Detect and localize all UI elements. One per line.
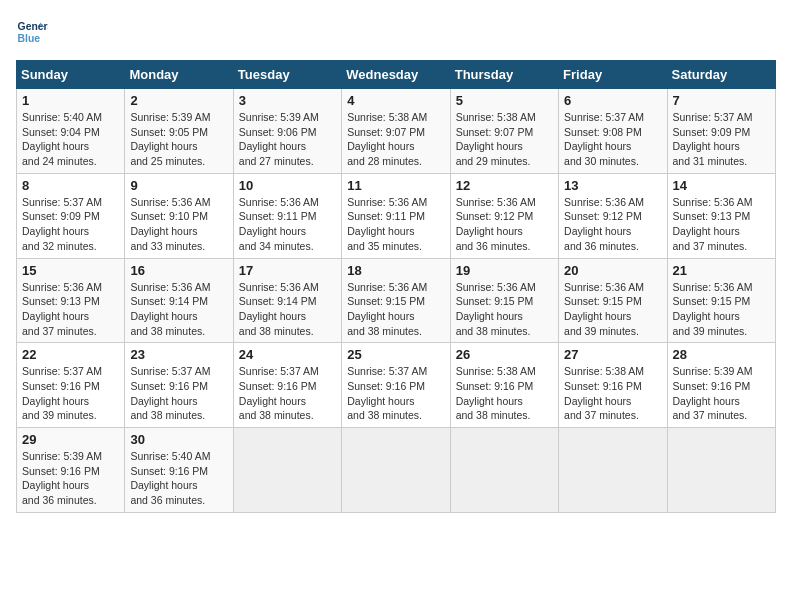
calendar-week-row: 22Sunrise: 5:37 AMSunset: 9:16 PMDayligh… <box>17 343 776 428</box>
calendar-cell: 22Sunrise: 5:37 AMSunset: 9:16 PMDayligh… <box>17 343 125 428</box>
calendar-cell: 7Sunrise: 5:37 AMSunset: 9:09 PMDaylight… <box>667 89 775 174</box>
day-info: Sunrise: 5:36 AMSunset: 9:15 PMDaylight … <box>456 280 553 339</box>
calendar-cell: 4Sunrise: 5:38 AMSunset: 9:07 PMDaylight… <box>342 89 450 174</box>
calendar-cell: 23Sunrise: 5:37 AMSunset: 9:16 PMDayligh… <box>125 343 233 428</box>
day-info: Sunrise: 5:39 AMSunset: 9:05 PMDaylight … <box>130 110 227 169</box>
day-info: Sunrise: 5:40 AMSunset: 9:04 PMDaylight … <box>22 110 119 169</box>
calendar-cell: 11Sunrise: 5:36 AMSunset: 9:11 PMDayligh… <box>342 173 450 258</box>
day-info: Sunrise: 5:36 AMSunset: 9:15 PMDaylight … <box>564 280 661 339</box>
day-number: 6 <box>564 93 661 108</box>
day-info: Sunrise: 5:39 AMSunset: 9:06 PMDaylight … <box>239 110 336 169</box>
calendar-cell: 19Sunrise: 5:36 AMSunset: 9:15 PMDayligh… <box>450 258 558 343</box>
calendar-cell: 15Sunrise: 5:36 AMSunset: 9:13 PMDayligh… <box>17 258 125 343</box>
calendar-cell <box>233 428 341 513</box>
day-info: Sunrise: 5:36 AMSunset: 9:13 PMDaylight … <box>673 195 770 254</box>
day-info: Sunrise: 5:37 AMSunset: 9:16 PMDaylight … <box>22 364 119 423</box>
day-number: 23 <box>130 347 227 362</box>
col-header-saturday: Saturday <box>667 61 775 89</box>
day-number: 25 <box>347 347 444 362</box>
calendar-cell: 21Sunrise: 5:36 AMSunset: 9:15 PMDayligh… <box>667 258 775 343</box>
calendar-table: SundayMondayTuesdayWednesdayThursdayFrid… <box>16 60 776 513</box>
calendar-cell: 24Sunrise: 5:37 AMSunset: 9:16 PMDayligh… <box>233 343 341 428</box>
day-number: 19 <box>456 263 553 278</box>
day-info: Sunrise: 5:36 AMSunset: 9:11 PMDaylight … <box>239 195 336 254</box>
calendar-cell: 29Sunrise: 5:39 AMSunset: 9:16 PMDayligh… <box>17 428 125 513</box>
calendar-cell: 28Sunrise: 5:39 AMSunset: 9:16 PMDayligh… <box>667 343 775 428</box>
calendar-cell <box>667 428 775 513</box>
day-number: 18 <box>347 263 444 278</box>
day-info: Sunrise: 5:37 AMSunset: 9:16 PMDaylight … <box>130 364 227 423</box>
day-number: 12 <box>456 178 553 193</box>
day-info: Sunrise: 5:36 AMSunset: 9:10 PMDaylight … <box>130 195 227 254</box>
day-number: 27 <box>564 347 661 362</box>
day-info: Sunrise: 5:36 AMSunset: 9:13 PMDaylight … <box>22 280 119 339</box>
day-number: 2 <box>130 93 227 108</box>
page-header: General Blue <box>16 16 776 48</box>
calendar-cell <box>559 428 667 513</box>
calendar-cell: 27Sunrise: 5:38 AMSunset: 9:16 PMDayligh… <box>559 343 667 428</box>
day-info: Sunrise: 5:37 AMSunset: 9:09 PMDaylight … <box>673 110 770 169</box>
day-info: Sunrise: 5:39 AMSunset: 9:16 PMDaylight … <box>673 364 770 423</box>
logo: General Blue <box>16 16 48 48</box>
day-info: Sunrise: 5:38 AMSunset: 9:07 PMDaylight … <box>347 110 444 169</box>
calendar-cell: 10Sunrise: 5:36 AMSunset: 9:11 PMDayligh… <box>233 173 341 258</box>
calendar-cell: 6Sunrise: 5:37 AMSunset: 9:08 PMDaylight… <box>559 89 667 174</box>
calendar-header-row: SundayMondayTuesdayWednesdayThursdayFrid… <box>17 61 776 89</box>
day-number: 24 <box>239 347 336 362</box>
calendar-cell: 12Sunrise: 5:36 AMSunset: 9:12 PMDayligh… <box>450 173 558 258</box>
day-number: 30 <box>130 432 227 447</box>
calendar-cell: 25Sunrise: 5:37 AMSunset: 9:16 PMDayligh… <box>342 343 450 428</box>
day-info: Sunrise: 5:36 AMSunset: 9:12 PMDaylight … <box>564 195 661 254</box>
day-number: 4 <box>347 93 444 108</box>
day-info: Sunrise: 5:36 AMSunset: 9:15 PMDaylight … <box>673 280 770 339</box>
calendar-cell: 5Sunrise: 5:38 AMSunset: 9:07 PMDaylight… <box>450 89 558 174</box>
day-number: 21 <box>673 263 770 278</box>
day-number: 9 <box>130 178 227 193</box>
col-header-sunday: Sunday <box>17 61 125 89</box>
svg-text:Blue: Blue <box>18 33 41 44</box>
calendar-week-row: 8Sunrise: 5:37 AMSunset: 9:09 PMDaylight… <box>17 173 776 258</box>
day-info: Sunrise: 5:36 AMSunset: 9:14 PMDaylight … <box>130 280 227 339</box>
day-info: Sunrise: 5:36 AMSunset: 9:14 PMDaylight … <box>239 280 336 339</box>
calendar-cell: 1Sunrise: 5:40 AMSunset: 9:04 PMDaylight… <box>17 89 125 174</box>
day-number: 11 <box>347 178 444 193</box>
day-number: 5 <box>456 93 553 108</box>
calendar-cell: 30Sunrise: 5:40 AMSunset: 9:16 PMDayligh… <box>125 428 233 513</box>
calendar-cell: 3Sunrise: 5:39 AMSunset: 9:06 PMDaylight… <box>233 89 341 174</box>
calendar-week-row: 29Sunrise: 5:39 AMSunset: 9:16 PMDayligh… <box>17 428 776 513</box>
day-info: Sunrise: 5:38 AMSunset: 9:16 PMDaylight … <box>456 364 553 423</box>
calendar-body: 1Sunrise: 5:40 AMSunset: 9:04 PMDaylight… <box>17 89 776 513</box>
day-number: 20 <box>564 263 661 278</box>
day-number: 13 <box>564 178 661 193</box>
col-header-monday: Monday <box>125 61 233 89</box>
day-number: 17 <box>239 263 336 278</box>
day-info: Sunrise: 5:38 AMSunset: 9:07 PMDaylight … <box>456 110 553 169</box>
col-header-wednesday: Wednesday <box>342 61 450 89</box>
day-number: 14 <box>673 178 770 193</box>
calendar-cell: 26Sunrise: 5:38 AMSunset: 9:16 PMDayligh… <box>450 343 558 428</box>
calendar-cell <box>450 428 558 513</box>
calendar-cell: 17Sunrise: 5:36 AMSunset: 9:14 PMDayligh… <box>233 258 341 343</box>
day-number: 28 <box>673 347 770 362</box>
day-info: Sunrise: 5:37 AMSunset: 9:16 PMDaylight … <box>239 364 336 423</box>
day-number: 15 <box>22 263 119 278</box>
day-info: Sunrise: 5:37 AMSunset: 9:08 PMDaylight … <box>564 110 661 169</box>
calendar-cell: 13Sunrise: 5:36 AMSunset: 9:12 PMDayligh… <box>559 173 667 258</box>
logo-icon: General Blue <box>16 16 48 48</box>
calendar-cell: 16Sunrise: 5:36 AMSunset: 9:14 PMDayligh… <box>125 258 233 343</box>
calendar-cell: 2Sunrise: 5:39 AMSunset: 9:05 PMDaylight… <box>125 89 233 174</box>
day-info: Sunrise: 5:39 AMSunset: 9:16 PMDaylight … <box>22 449 119 508</box>
day-number: 7 <box>673 93 770 108</box>
day-info: Sunrise: 5:37 AMSunset: 9:09 PMDaylight … <box>22 195 119 254</box>
day-number: 29 <box>22 432 119 447</box>
day-info: Sunrise: 5:38 AMSunset: 9:16 PMDaylight … <box>564 364 661 423</box>
calendar-cell: 14Sunrise: 5:36 AMSunset: 9:13 PMDayligh… <box>667 173 775 258</box>
calendar-cell <box>342 428 450 513</box>
calendar-cell: 20Sunrise: 5:36 AMSunset: 9:15 PMDayligh… <box>559 258 667 343</box>
day-number: 10 <box>239 178 336 193</box>
day-info: Sunrise: 5:36 AMSunset: 9:12 PMDaylight … <box>456 195 553 254</box>
day-number: 16 <box>130 263 227 278</box>
calendar-week-row: 1Sunrise: 5:40 AMSunset: 9:04 PMDaylight… <box>17 89 776 174</box>
col-header-tuesday: Tuesday <box>233 61 341 89</box>
day-info: Sunrise: 5:37 AMSunset: 9:16 PMDaylight … <box>347 364 444 423</box>
